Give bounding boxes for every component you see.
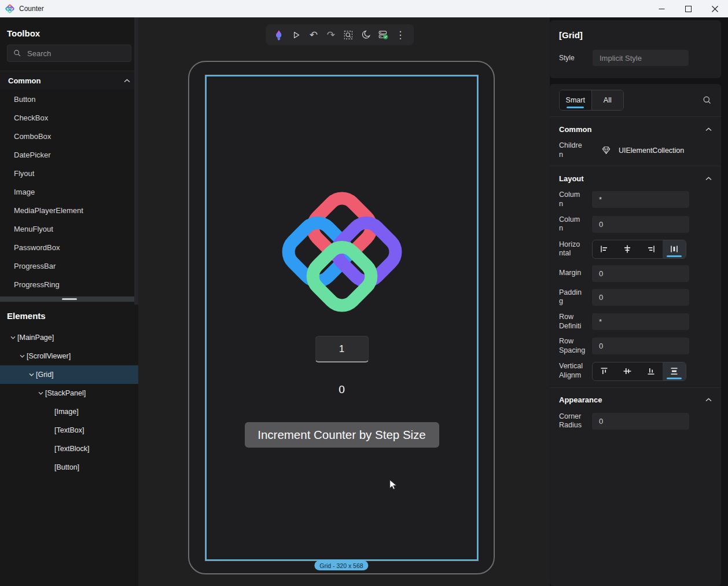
chevron-up-icon xyxy=(705,398,712,402)
tree-item-mainpage[interactable]: [MainPage] xyxy=(0,328,138,347)
section-layout[interactable]: Layout xyxy=(550,166,721,191)
column-input[interactable]: 0 xyxy=(592,216,689,233)
tree-item-label: [Image] xyxy=(54,408,79,416)
children-row: Childre n UIElementCollection xyxy=(550,141,721,159)
align-center-vertical-button[interactable] xyxy=(616,362,639,380)
horizontal-alignment-label: Horizo ntal xyxy=(559,240,592,258)
properties-panel: [Grid] Style Implicit Style Smart All Co… xyxy=(550,17,728,586)
toolbox-scrollbar[interactable] xyxy=(134,17,138,305)
chevron-down-icon[interactable] xyxy=(36,391,45,395)
toolbox-item-flyout[interactable]: Flyout xyxy=(0,164,138,182)
corner-radius-row: Corner Radius 0 xyxy=(550,412,721,430)
step-size-value: 1 xyxy=(339,343,344,355)
align-top-icon xyxy=(600,367,609,376)
section-title: Layout xyxy=(559,174,584,183)
tree-item-grid[interactable]: [Grid] xyxy=(0,365,138,384)
undo-button[interactable]: ↶ xyxy=(305,26,322,43)
maximize-icon xyxy=(685,6,692,12)
toolbox-item-image[interactable]: Image xyxy=(0,182,138,201)
section-title: Common xyxy=(559,125,591,134)
column-definitions-input[interactable]: * xyxy=(592,191,689,208)
zoom-selection-button[interactable] xyxy=(340,26,357,43)
counter-textblock[interactable]: 0 xyxy=(339,383,345,396)
align-center-vertical-icon xyxy=(623,367,632,376)
properties-tabs-row: Smart All xyxy=(550,84,721,117)
gem-icon xyxy=(601,145,611,155)
row-definitions-row: Row Definiti * xyxy=(550,313,721,331)
column-definitions-label: Colum n xyxy=(559,191,592,208)
tree-item-textbox[interactable]: [TextBox] xyxy=(0,421,138,440)
left-sidebar: Toolbox Search Common Button CheckBox Co… xyxy=(0,17,138,586)
tab-smart[interactable]: Smart xyxy=(560,90,591,110)
tree-item-stackpanel[interactable]: [StackPanel] xyxy=(0,384,138,402)
toolbox-item-datepicker[interactable]: DatePicker xyxy=(0,145,138,164)
toolbox-item-checkbox[interactable]: CheckBox xyxy=(0,108,138,127)
maximize-button[interactable] xyxy=(675,0,701,17)
splitter-handle-icon xyxy=(62,298,77,300)
step-size-textbox[interactable]: 1 xyxy=(315,336,369,362)
app-logo-image[interactable] xyxy=(275,185,409,318)
hot-design-flame-button[interactable] xyxy=(270,26,288,43)
close-button[interactable] xyxy=(701,0,728,17)
chevron-up-icon xyxy=(705,127,712,131)
toolbox-item-progressring[interactable]: ProgressRing xyxy=(0,275,138,294)
tab-all[interactable]: All xyxy=(591,90,624,110)
corner-radius-input[interactable]: 0 xyxy=(592,413,689,430)
chevron-up-icon xyxy=(124,79,130,83)
play-icon xyxy=(292,31,300,39)
tree-item-image[interactable]: [Image] xyxy=(0,402,138,421)
chevron-down-icon[interactable] xyxy=(17,354,27,358)
more-button[interactable]: ⋮ xyxy=(392,26,409,43)
align-right-icon xyxy=(646,244,656,254)
row-spacing-input[interactable]: 0 xyxy=(592,338,689,354)
chevron-down-icon[interactable] xyxy=(8,336,17,339)
device-frame: 1 0 Increment Counter by Step Size Grid … xyxy=(188,61,495,574)
toolbox-section-common[interactable]: Common xyxy=(0,71,138,90)
chevron-down-icon[interactable] xyxy=(27,373,36,376)
elements-heading: Elements xyxy=(0,302,138,328)
theme-toggle-button[interactable] xyxy=(357,26,374,43)
panel-splitter[interactable] xyxy=(0,296,138,302)
align-right-button[interactable] xyxy=(639,240,663,258)
toolbox-item-mediaplayerelement[interactable]: MediaPlayerElement xyxy=(0,201,138,219)
align-center-horizontal-button[interactable] xyxy=(616,240,639,258)
stretch-vertical-button[interactable] xyxy=(663,362,686,380)
redo-button[interactable]: ↷ xyxy=(322,26,340,43)
margin-input[interactable]: 0 xyxy=(592,265,689,282)
tree-item-button[interactable]: [Button] xyxy=(0,458,138,477)
toolbox-item-progressbar[interactable]: ProgressBar xyxy=(0,257,138,275)
row-spacing-row: Row Spacing 0 xyxy=(550,337,721,355)
tree-item-textblock[interactable]: [TextBlock] xyxy=(0,440,138,458)
toolbox-item-button[interactable]: Button xyxy=(0,90,138,108)
column-definitions-row: Colum n * xyxy=(550,191,721,208)
horizontal-alignment-group xyxy=(592,240,686,259)
style-input[interactable]: Implicit Style xyxy=(593,50,689,66)
align-bottom-button[interactable] xyxy=(639,362,663,380)
section-appearance[interactable]: Appearance xyxy=(550,388,721,412)
align-center-horizontal-icon xyxy=(623,244,632,254)
minimize-button[interactable] xyxy=(648,0,675,17)
tab-group: Smart All xyxy=(559,90,624,111)
zoom-region-icon xyxy=(343,30,353,40)
children-value[interactable]: UIElementCollection xyxy=(592,145,684,155)
padding-input[interactable]: 0 xyxy=(592,289,689,306)
search-icon xyxy=(13,49,21,57)
tree-item-label: [StackPanel] xyxy=(45,389,86,397)
toolbox-item-combobox[interactable]: ComboBox xyxy=(0,127,138,145)
toolbox-search-input[interactable]: Search xyxy=(7,45,131,62)
tree-item-scrollviewer[interactable]: [ScrollViewer] xyxy=(0,347,138,365)
kebab-icon: ⋮ xyxy=(395,30,405,40)
section-common[interactable]: Common xyxy=(550,117,721,141)
corner-radius-label: Corner Radius xyxy=(559,412,592,430)
play-button[interactable] xyxy=(288,26,305,43)
toolbox-item-passwordbox[interactable]: PasswordBox xyxy=(0,238,138,257)
align-left-button[interactable] xyxy=(593,240,616,258)
increment-button[interactable]: Increment Counter by Step Size xyxy=(245,422,439,448)
row-definitions-input[interactable]: * xyxy=(592,313,689,330)
align-top-button[interactable] xyxy=(593,362,616,380)
runtime-status-button[interactable] xyxy=(374,26,392,43)
stretch-horizontal-button[interactable] xyxy=(663,240,686,258)
properties-search-icon[interactable] xyxy=(703,96,712,105)
grid-selection-outline[interactable]: 1 0 Increment Counter by Step Size xyxy=(205,75,478,561)
toolbox-item-menuflyout[interactable]: MenuFlyout xyxy=(0,219,138,238)
